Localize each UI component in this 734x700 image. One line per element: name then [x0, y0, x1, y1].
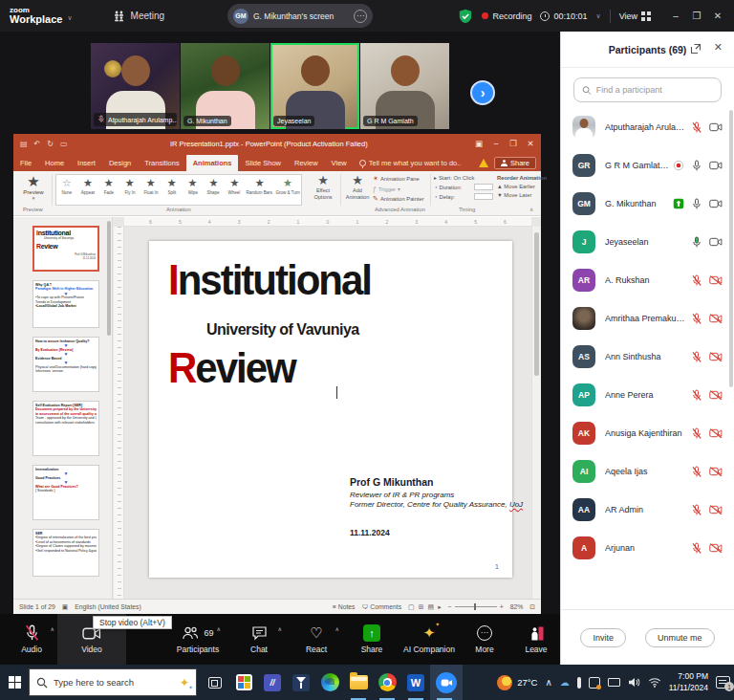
comments-button[interactable]: 🗨 Comments	[362, 603, 402, 610]
ppt-tab-design[interactable]: Design	[102, 155, 138, 171]
taskbar-microsoft-store[interactable]	[229, 665, 258, 700]
tablet-input-icon[interactable]	[589, 677, 600, 689]
redo-icon[interactable]: ↻	[47, 140, 54, 148]
invite-button[interactable]: Invite	[580, 628, 626, 647]
chevron-up-icon[interactable]: ∧	[545, 678, 551, 688]
warning-icon[interactable]	[479, 159, 488, 167]
slide-thumbnail-3[interactable]: 3How to assure /enhance Quality?▼By Eval…	[32, 337, 99, 392]
ppt-tab-animations[interactable]: Animations	[186, 155, 239, 171]
tab-meeting[interactable]: Meeting	[113, 10, 165, 22]
taskbar-zoom[interactable]	[430, 665, 463, 700]
notification-center-icon[interactable]: 1	[716, 676, 730, 689]
tell-me-box[interactable]: Tell me what you want to do..	[354, 155, 467, 171]
participants-button[interactable]: 69 Participants ∧	[172, 614, 224, 665]
chevron-down-icon[interactable]: ∨	[596, 12, 601, 20]
ppt-tab-transitions[interactable]: Transitions	[138, 155, 185, 171]
participant-row-3[interactable]: GMG. Mikunthan	[561, 185, 734, 223]
fit-slide-icon[interactable]: ⊡	[529, 603, 535, 611]
normal-view-icon[interactable]: ▢	[408, 603, 415, 611]
ai-companion-button[interactable]: ✦ AI Companion	[403, 614, 455, 665]
participant-row-1[interactable]: Atputharajah Arulampalam (Me)	[561, 108, 734, 146]
ppt-minimize-button[interactable]: –	[487, 139, 505, 148]
start-button[interactable]	[0, 665, 29, 700]
slide-title-review[interactable]: Review	[168, 344, 295, 392]
projector-icon[interactable]	[608, 678, 620, 687]
next-videos-button[interactable]: ›	[470, 80, 495, 105]
collapse-ribbon-icon[interactable]: ∧	[529, 207, 533, 212]
add-animation-button[interactable]: ★ Add Animation	[342, 174, 373, 200]
react-button[interactable]: ♡ React ∧	[291, 614, 342, 665]
taskbar-task-view[interactable]	[201, 665, 229, 700]
weather-widget[interactable]: 27°C	[497, 675, 537, 690]
animation-split[interactable]: ★Split	[162, 175, 183, 205]
ppt-close-button[interactable]: ✕	[522, 139, 539, 148]
participant-search[interactable]	[573, 77, 722, 102]
close-panel-icon[interactable]: ✕	[714, 41, 723, 54]
video-tile-2[interactable]: G. Mikunthan	[181, 43, 270, 129]
delay-spinner[interactable]: ◔Delay:	[434, 193, 493, 200]
windows-search-box[interactable]: ✦	[29, 668, 197, 696]
slide-title-institutional[interactable]: Institutional	[168, 256, 371, 304]
animation-wipe[interactable]: ★Wipe	[183, 175, 204, 205]
animation-none[interactable]: ☆None	[56, 175, 77, 205]
chat-button[interactable]: Chat ∧	[233, 614, 285, 665]
participant-row-12[interactable]: AArjunan	[561, 529, 734, 567]
more-button[interactable]: ⋯ More	[459, 614, 510, 665]
participant-row-5[interactable]: ARA. Rukshan	[561, 261, 734, 299]
onedrive-icon[interactable]: ☁	[560, 678, 570, 688]
minimize-button[interactable]: –	[665, 11, 686, 21]
video-tile-4[interactable]: G R M Gamlath	[360, 43, 449, 129]
animation-grow-turn[interactable]: ★Grow & Turn	[274, 175, 301, 205]
slide-thumbnail-1[interactable]: 1InstitutionalUniversity of VavuniyaRevi…	[32, 226, 99, 272]
taskbar-word[interactable]: W	[401, 665, 430, 700]
chevron-up-icon[interactable]: ∧	[335, 625, 339, 632]
participant-row-7[interactable]: ASAnn Sinthusha	[561, 338, 734, 376]
share-button[interactable]: ↑ Share	[346, 614, 398, 665]
slideshow-view-icon[interactable]: ▸	[438, 603, 442, 611]
animation-random-bars[interactable]: ★Random Bars	[245, 175, 274, 205]
participant-row-10[interactable]: AIAqeela Ijas	[561, 452, 734, 491]
view-button[interactable]: View	[619, 11, 651, 21]
animation-appear[interactable]: ★Appear	[77, 175, 98, 205]
move-earlier-button[interactable]: ▲ Move Earlier	[497, 184, 539, 189]
close-button[interactable]: ✕	[707, 11, 728, 21]
slide-canvas[interactable]: Institutional University of Vavuniya Rev…	[149, 241, 512, 578]
slide-date[interactable]: 11.11.2024	[350, 528, 390, 537]
thumbnail-scrollbar[interactable]	[107, 221, 111, 336]
more-options-icon[interactable]: ⋯	[354, 10, 367, 23]
participant-list-scrollbar[interactable]	[729, 110, 733, 387]
slide-thumbnail-6[interactable]: 6SER•Degree of internalization of the be…	[32, 529, 99, 577]
pop-out-icon[interactable]	[690, 43, 702, 55]
zoom-slider[interactable]: −+	[448, 603, 504, 610]
chevron-up-icon[interactable]: ∧	[217, 625, 221, 632]
participant-search-input[interactable]	[596, 85, 713, 95]
animation-wheel[interactable]: ★Wheel	[224, 175, 245, 205]
slide-sorter-icon[interactable]: ⊞	[419, 603, 424, 611]
windows-search-input[interactable]	[54, 677, 174, 688]
recording-indicator[interactable]: Recording	[482, 11, 531, 21]
zoom-workplace-menu[interactable]: zoom Workplace ∨	[10, 7, 73, 25]
audio-button[interactable]: Audio ∧	[6, 614, 57, 665]
presenter-block[interactable]: Prof G Mikunthan Reviewer of IR & PR pro…	[350, 476, 523, 509]
slideshow-icon[interactable]: ▭	[60, 140, 68, 148]
accessibility-icon[interactable]: ▣	[62, 603, 68, 611]
unmute-me-button[interactable]: Unmute me	[645, 628, 715, 647]
participant-row-8[interactable]: APAnne Perera	[561, 376, 734, 414]
animation-painter-button[interactable]: ✎Animation Painter	[373, 195, 432, 203]
ribbon-options-icon[interactable]: ▣	[470, 139, 487, 148]
chevron-up-icon[interactable]: ∧	[278, 625, 282, 632]
participant-row-9[interactable]: AKAnusiga Kajenthiran	[561, 414, 734, 452]
start-dropdown[interactable]: ▸Start: On Click	[434, 175, 493, 181]
animation-shape[interactable]: ★Shape	[203, 175, 224, 205]
ppt-share-button[interactable]: Share	[494, 157, 536, 169]
participant-row-4[interactable]: JJeyaseelan	[561, 223, 734, 261]
participant-row-2[interactable]: GRG R M Gamlath (Host)	[561, 146, 734, 185]
ppt-tab-review[interactable]: Review	[288, 155, 325, 171]
quick-access-toolbar[interactable]: ▤ ↶ ↻ ▭	[20, 140, 68, 148]
reading-view-icon[interactable]: ▤	[428, 603, 435, 611]
preview-button[interactable]: ★ Preview ▾	[17, 174, 50, 201]
effect-options-button[interactable]: ★ Effect Options	[308, 174, 338, 200]
restore-button[interactable]: ❐	[686, 11, 707, 21]
language-label[interactable]: English (United States)	[75, 603, 141, 610]
undo-icon[interactable]: ↶	[34, 140, 41, 148]
